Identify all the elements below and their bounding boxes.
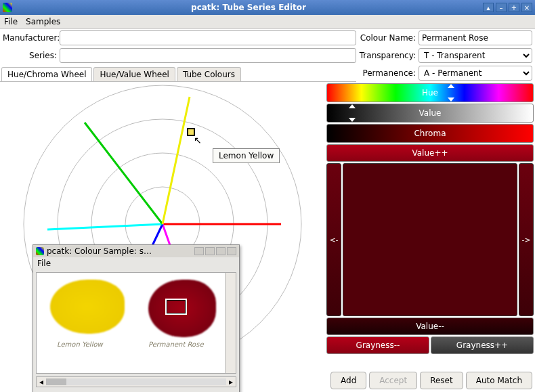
- sample-selection-rect[interactable]: [165, 299, 187, 315]
- add-button[interactable]: Add: [330, 372, 366, 389]
- tab-hue-value[interactable]: Hue/Value Wheel: [93, 67, 175, 81]
- transparency-select[interactable]: T - Transparent: [419, 48, 532, 63]
- chroma-slider[interactable]: Chroma: [326, 124, 534, 143]
- colour-sample-window[interactable]: pcatk: Colour Sample: s… File Lemon Yell…: [33, 244, 240, 392]
- sample-minimize-button[interactable]: [205, 247, 215, 255]
- reset-button[interactable]: Reset: [420, 372, 463, 389]
- colour-editor-panel: Hue Value Chroma Value++ <- -> Value-- G…: [325, 82, 535, 370]
- tab-hue-chroma[interactable]: Hue/Chroma Wheel: [1, 67, 92, 81]
- transparency-label: Transparency:: [359, 51, 416, 60]
- menu-samples[interactable]: Samples: [26, 17, 60, 26]
- value-slider-label: Value: [419, 108, 442, 118]
- window-close-button[interactable]: ×: [521, 3, 532, 12]
- auto-match-button[interactable]: Auto Match: [466, 372, 532, 389]
- sample-swatch-yellow: [50, 280, 125, 334]
- window-rollup-button[interactable]: ▴: [483, 3, 494, 12]
- sample-label-red: Permanent Rose: [148, 341, 204, 348]
- window-minimize-button[interactable]: –: [496, 3, 507, 12]
- manufacturer-label: Manufacturer:: [3, 33, 57, 43]
- nudge-right-button[interactable]: ->: [519, 163, 534, 316]
- wheel-marker[interactable]: [187, 128, 195, 136]
- permanence-select[interactable]: A - Permanent: [419, 66, 532, 81]
- accept-button[interactable]: Accept: [369, 372, 417, 389]
- sample-label-yellow: Lemon Yellow: [57, 341, 103, 348]
- sample-app-icon: [36, 247, 44, 255]
- value-slider[interactable]: Value: [326, 104, 534, 123]
- series-label: Series:: [3, 51, 57, 60]
- sample-close-button[interactable]: [227, 247, 236, 255]
- value-plus-button[interactable]: Value++: [326, 144, 534, 162]
- grayness-plus-button[interactable]: Grayness++: [431, 336, 534, 354]
- window-maximize-button[interactable]: +: [509, 3, 519, 12]
- sample-maximize-button[interactable]: [216, 247, 226, 255]
- svg-line-7: [47, 224, 163, 230]
- hscroll-right-icon[interactable]: ▸: [226, 377, 236, 387]
- colour-name-label: Colour Name:: [359, 33, 416, 43]
- menu-file[interactable]: File: [4, 17, 18, 26]
- sample-rollup-button[interactable]: [194, 247, 204, 255]
- window-title: pcatk: Tube Series Editor: [16, 3, 481, 12]
- hscroll-thumb[interactable]: [46, 378, 66, 385]
- colour-name-input[interactable]: [419, 30, 532, 45]
- sample-canvas[interactable]: Lemon Yellow Permanent Rose: [36, 272, 236, 374]
- sample-hscroll[interactable]: ◂ ▸: [36, 376, 236, 387]
- manufacturer-input[interactable]: [60, 30, 356, 45]
- sample-title: pcatk: Colour Sample: s…: [47, 246, 152, 256]
- hue-slider-label: Hue: [422, 88, 438, 97]
- grayness-minus-button[interactable]: Grayness--: [326, 336, 429, 354]
- sample-menu-file[interactable]: File: [37, 259, 51, 268]
- permanence-label: Permanence:: [359, 68, 416, 78]
- value-minus-button[interactable]: Value--: [326, 318, 534, 335]
- tab-bar: Hue/Chroma Wheel Hue/Value Wheel Tube Co…: [0, 67, 356, 82]
- hue-slider[interactable]: Hue: [326, 83, 534, 102]
- nudge-left-button[interactable]: <-: [326, 163, 341, 316]
- sample-vscroll[interactable]: [225, 273, 236, 373]
- bottom-button-bar: Add Accept Reset Auto Match: [330, 372, 532, 389]
- chroma-slider-label: Chroma: [414, 129, 446, 138]
- svg-line-8: [85, 123, 163, 224]
- wheel-tooltip: Lemon Yellow: [213, 148, 280, 163]
- sample-titlebar[interactable]: pcatk: Colour Sample: s…: [33, 245, 239, 257]
- tab-tube-colours[interactable]: Tube Colours: [177, 67, 241, 81]
- main-menubar: File Samples: [0, 15, 535, 29]
- window-titlebar: pcatk: Tube Series Editor ▴ – + ×: [0, 0, 535, 15]
- colour-swatch: [343, 163, 517, 316]
- wheel-panel: ↖ Lemon Yellow pcatk: Colour Sample: s… …: [0, 82, 325, 370]
- series-input[interactable]: [60, 48, 356, 63]
- app-icon: [3, 3, 12, 12]
- svg-line-9: [163, 97, 190, 224]
- hscroll-left-icon[interactable]: ◂: [37, 377, 46, 387]
